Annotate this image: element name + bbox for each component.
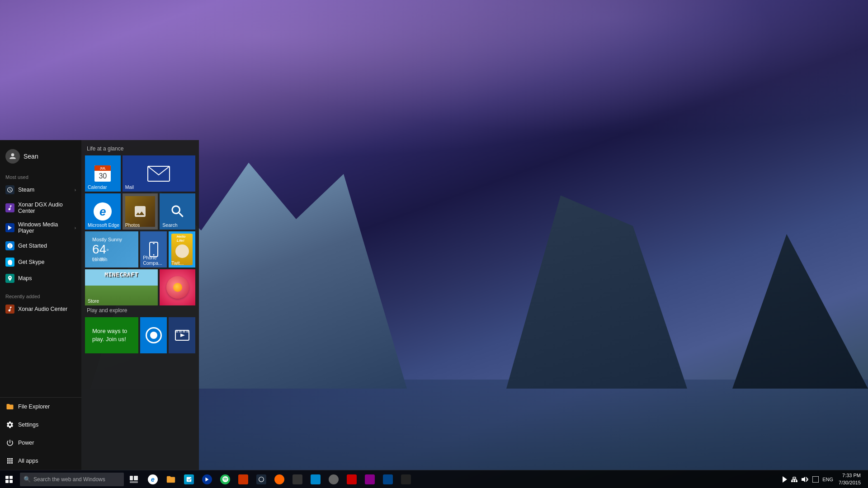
svg-rect-7 [175,330,178,333]
taskbar-app15-button[interactable] [397,470,415,488]
taskbar-edge-button[interactable]: e [144,470,162,488]
taskbar-app6-button[interactable] [234,470,252,488]
svg-rect-27 [812,476,819,483]
taskbar-media-player-icon [202,474,212,484]
taskbar-app12-icon [347,474,357,484]
tiles-row-1: JUL 30 Calendar Mail [85,155,195,192]
start-button[interactable] [0,470,18,488]
tile-store-label: Store [87,297,158,304]
svg-marker-1 [8,225,12,230]
tile-photos-label: Photos [124,221,158,228]
films-icon [175,329,189,342]
task-view-icon [130,476,138,483]
svg-rect-12 [130,476,133,480]
get-started-label: Get Started [18,243,47,249]
tile-groove[interactable] [140,317,167,353]
taskbar-app14-button[interactable] [379,470,397,488]
settings-button[interactable]: Settings [0,416,81,434]
mail-icon [147,166,170,182]
tile-calendar-label: Calendar [87,183,121,190]
app-item-get-skype[interactable]: Get Skype [0,254,81,270]
svg-point-0 [11,153,14,156]
tile-edge[interactable]: e Microsoft Edge [85,193,121,230]
tile-phone-companion[interactable]: Phone Compa... [140,231,167,267]
user-name: Sean [24,153,38,160]
photos-icon [133,204,147,219]
svg-marker-16 [783,476,787,483]
steam-chevron: › [75,188,76,192]
tile-candy-crush[interactable] [160,269,195,305]
taskbar-app6-icon [238,474,248,484]
tile-mail-label: Mail [124,183,195,190]
taskbar-media-player-button[interactable] [198,470,216,488]
all-apps-button[interactable]: All apps [0,452,81,470]
tile-calendar[interactable]: JUL 30 Calendar [85,155,121,192]
power-button[interactable]: Power [0,434,81,452]
taskbar-app10-icon [311,474,321,484]
taskbar: 🔍 Search the web and Windows e [0,470,868,488]
tiles-row-4: MINECRAFT Store [85,269,195,305]
tile-more-ways[interactable]: More ways to play. Join us! [85,317,138,353]
app-item-xonar-audio[interactable]: Xonar Audio Center [0,301,81,317]
taskbar-spotify-button[interactable] [216,470,234,488]
tray-volume-button[interactable] [800,476,811,483]
app-item-get-started[interactable]: Get Started [0,238,81,254]
taskbar-store-button[interactable] [180,470,198,488]
tile-edge-label: Microsoft Edge [87,221,121,228]
weather-temp: 64 [92,242,106,257]
tile-search[interactable]: Search [160,193,195,230]
settings-label: Settings [18,422,38,428]
tray-network-icon [791,476,798,483]
taskbar-steam-button[interactable] [252,470,270,488]
taskbar-search-bar[interactable]: 🔍 Search the web and Windows [20,473,124,486]
svg-rect-20 [796,480,797,482]
tile-mail[interactable]: Mail [123,155,195,192]
taskbar-spotify-icon [220,474,230,484]
tile-photos[interactable]: Photos [123,193,158,230]
app-item-wmp[interactable]: Windows Media Player › [0,218,81,238]
taskbar-app11-button[interactable] [325,470,343,488]
file-explorer-button[interactable]: File Explorer [0,398,81,416]
task-view-button[interactable] [126,471,142,488]
tile-store-minecraft[interactable]: MINECRAFT Store [85,269,158,305]
taskbar-app14-icon [383,474,393,484]
recently-added-label: Recently added [0,290,81,301]
start-menu-left-panel: Sean Most used Steam › Xonar DGX Audio C… [0,140,81,470]
tray-language-button[interactable]: ENG [821,477,835,482]
app-item-xonar-dgx[interactable]: Xonar DGX Audio Center [0,198,81,218]
svg-rect-17 [793,477,796,479]
user-section[interactable]: Sean [0,145,81,167]
most-used-label: Most used [0,171,81,182]
svg-rect-8 [179,330,182,333]
taskbar-file-explorer-button[interactable] [162,470,180,488]
tile-films[interactable] [169,317,195,353]
tiles-row-3: Mostly Sunny 64 ° 66° 55° London [85,231,195,267]
tile-twitter[interactable]: Hello Life! Twit... [169,231,195,267]
tray-volume-icon [802,476,809,483]
power-label: Power [18,440,34,446]
taskbar-search-placeholder: Search the web and Windows [33,476,105,483]
taskbar-app10-button[interactable] [307,470,325,488]
taskbar-app9-icon [292,474,302,484]
tray-hidden-icons-button[interactable] [781,476,789,483]
tray-notification-button[interactable] [811,476,821,483]
app-item-steam[interactable]: Steam › [0,182,81,198]
tile-weather[interactable]: Mostly Sunny 64 ° 66° 55° London [85,231,138,267]
tray-network-button[interactable] [789,476,800,483]
all-apps-icon [5,456,14,465]
maps-label: Maps [18,275,32,282]
file-explorer-icon [5,402,14,411]
steam-label: Steam [18,187,34,193]
groove-icon [146,327,162,343]
svg-rect-13 [134,476,138,480]
taskbar-app9-button[interactable] [288,470,307,488]
taskbar-app11-icon [329,474,339,484]
tray-clock[interactable]: 7:33 PM 7/30/2015 [835,472,864,486]
taskbar-app12-button[interactable] [343,470,361,488]
start-menu: Sean Most used Steam › Xonar DGX Audio C… [0,140,199,470]
taskbar-pinned-apps: e [144,470,415,488]
taskbar-app8-button[interactable] [270,470,288,488]
tile-twitter-label: Twit... [170,259,195,266]
taskbar-app13-button[interactable] [361,470,379,488]
app-item-maps[interactable]: Maps [0,270,81,286]
